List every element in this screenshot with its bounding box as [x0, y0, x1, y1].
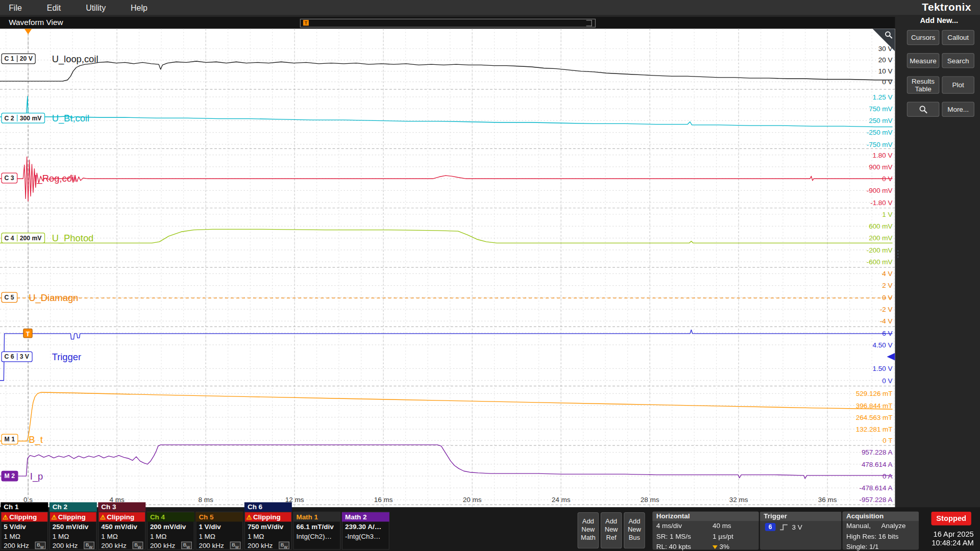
channel-label-m1[interactable]: B_t: [29, 434, 43, 444]
trigger-source-badge[interactable]: 6: [765, 523, 776, 531]
channel-settings-ch2[interactable]: Ch 2⚠Clipping250 mV/div1 MΩ200 kHzBW: [50, 512, 97, 550]
axis-label-c5: -2 V: [880, 306, 893, 313]
channel-badge-m1[interactable]: M 1: [1, 434, 18, 444]
minimap-zoom-endcap[interactable]: [586, 20, 592, 26]
channel-setting-line: 1 MΩ: [199, 532, 215, 540]
channel-badge-c3[interactable]: C 3: [1, 173, 17, 184]
channel-label-c5[interactable]: U_Diamagn: [29, 292, 78, 303]
menu-help[interactable]: Help: [131, 3, 148, 12]
trigger-position-marker-icon[interactable]: [24, 29, 32, 34]
record-length: RL: 40 kpts: [656, 543, 691, 550]
axis-label-c4: 600 mV: [869, 222, 892, 230]
channel-settings-ch4[interactable]: Ch 4200 mV/div1 MΩ200 kHzBW: [147, 512, 194, 550]
channel-label-m2[interactable]: I_p: [30, 471, 43, 482]
axis-label-c5: 0 V: [882, 294, 892, 302]
channel-badge-m2[interactable]: M 2: [1, 471, 18, 482]
channel-badge-id: M 1: [2, 436, 17, 442]
channel-badge-scale: 20 V: [17, 55, 35, 62]
trace-c1[interactable]: [0, 61, 893, 81]
trace-c3[interactable]: [0, 157, 893, 201]
trigger-source-marker[interactable]: T: [23, 329, 32, 338]
menu-utility[interactable]: Utility: [86, 3, 106, 12]
channel-badge-c1[interactable]: C 120 V: [1, 54, 36, 64]
trigger-level-arrow-icon[interactable]: [887, 353, 895, 361]
add-new-math-button[interactable]: AddNewMath: [577, 512, 599, 548]
axis-label-m2: 957.228 A: [862, 448, 893, 456]
channel-setting-line: 200 kHz: [199, 542, 224, 549]
horizontal-settings[interactable]: Horizontal 4 ms/div40 ms SR: 1 MS/s1 µs/…: [652, 512, 758, 550]
channel-label-c6[interactable]: Trigger: [52, 352, 82, 362]
trace-c6[interactable]: [0, 330, 893, 381]
acquisition-minimap[interactable]: T: [300, 19, 596, 28]
acquisition-settings[interactable]: Acquisition Manual,Analyze High Res: 16 …: [843, 512, 919, 550]
time-tick-label: 36 ms: [818, 496, 837, 504]
channel-label-c1[interactable]: U_loop,coil: [52, 54, 99, 64]
search-button[interactable]: Search: [942, 53, 974, 68]
axis-label-c3: -1.80 V: [870, 198, 892, 206]
more-button[interactable]: More...: [942, 102, 974, 117]
channel-badge-c6[interactable]: C 63 V: [1, 352, 32, 362]
channel-label-c2[interactable]: U_Bt,coil: [52, 113, 90, 123]
channel-settings-ch5[interactable]: Ch 51 V/div1 MΩ200 kHzBW: [195, 512, 243, 550]
channel-setting-line: Intg(Ch2)…: [296, 532, 332, 540]
results-table-button[interactable]: Results Table: [907, 76, 940, 93]
axis-label-c3: 1.80 V: [873, 151, 893, 159]
menu-edit[interactable]: Edit: [47, 3, 61, 12]
channel-label-c4[interactable]: U_Photod: [52, 233, 94, 243]
channel-tab-math2[interactable]: Math 2: [342, 512, 389, 521]
axis-label-c2: 750 mV: [869, 105, 892, 113]
channel-tab-ch4[interactable]: Ch 4: [147, 512, 194, 521]
axis-label-m1: 0 T: [883, 437, 892, 444]
trace-c2[interactable]: [0, 96, 893, 127]
trigger-settings[interactable]: Trigger 6 3 V: [760, 512, 841, 550]
trace-m2[interactable]: [0, 445, 893, 479]
channel-label-c3[interactable]: I_Rog,coil: [34, 173, 76, 184]
channel-tab-math1[interactable]: Math 1: [293, 512, 340, 521]
magnifier-icon[interactable]: [885, 31, 893, 39]
axis-label-c1: 10 V: [878, 67, 893, 75]
bandwidth-limit-icon: BW: [84, 542, 94, 549]
channel-setting-line: 200 kHz: [53, 542, 78, 549]
channel-badge-c4[interactable]: C 4200 mV: [1, 233, 44, 243]
measure-button[interactable]: Measure: [907, 53, 940, 68]
channel-badge-c5[interactable]: C 5: [1, 292, 17, 303]
run-stop-status[interactable]: Stopped: [931, 512, 971, 525]
channel-settings-math2[interactable]: Math 2239.30 A/…-Intg(Ch3…: [342, 512, 389, 550]
channel-setting-line: 5 V/div: [4, 523, 26, 531]
add-new-bus-button[interactable]: AddNewBus: [624, 512, 645, 548]
waveform-canvas[interactable]: [0, 29, 895, 507]
axis-label-c5: 2 V: [882, 282, 892, 289]
axis-label-c6: 6 V: [882, 329, 892, 337]
axis-label-c1: 20 V: [878, 56, 893, 64]
axis-label-m1: 396.844 mT: [856, 402, 893, 409]
channel-badge-id: M 2: [2, 472, 17, 479]
channel-badge-id: C 4: [2, 235, 17, 241]
channel-badge-id: C 6: [2, 353, 17, 360]
acquisition-resolution: High Res: 16 bits: [846, 532, 899, 540]
waveform-plot[interactable]: 30 V20 V10 V0 VU_loop,coilC 120 V1.25 V7…: [0, 29, 895, 507]
cursors-button[interactable]: Cursors: [907, 30, 940, 45]
channel-tab-ch1[interactable]: Ch 1: [1, 502, 48, 511]
acquisition-mode: Manual,: [846, 521, 871, 529]
minimap-trigger-marker-icon[interactable]: T: [303, 20, 309, 26]
oscilloscope-app: File Edit Utility Help Tektronix Wavefor…: [0, 0, 980, 551]
channel-settings-ch1[interactable]: Ch 1⚠Clipping5 V/div1 MΩ200 kHzBW: [1, 512, 48, 550]
channel-badge-c2[interactable]: C 2300 mV: [1, 113, 44, 123]
channel-settings-ch6[interactable]: Ch 6⚠Clipping750 mV/div1 MΩ200 kHzBW: [244, 512, 292, 550]
channel-setting-line: 1 MΩ: [248, 532, 264, 540]
clipping-warning: ⚠Clipping: [50, 512, 96, 521]
channel-settings-ch3[interactable]: Ch 3⚠Clipping450 mV/div1 MΩ200 kHzBW: [98, 512, 145, 550]
add-new-ref-button[interactable]: AddNewRef: [601, 512, 622, 548]
channel-settings-math1[interactable]: Math 166.1 mT/divIntg(Ch2)…: [293, 512, 340, 550]
trace-m1[interactable]: [0, 392, 893, 441]
axis-label-m1: 529.126 mT: [856, 390, 893, 397]
channel-tab-ch2[interactable]: Ch 2: [50, 502, 97, 511]
channel-tab-ch6[interactable]: Ch 6: [244, 502, 292, 511]
trace-c4[interactable]: [0, 229, 893, 243]
callout-button[interactable]: Callout: [942, 30, 974, 45]
menu-file[interactable]: File: [9, 3, 22, 12]
zoom-tool-button[interactable]: [907, 102, 940, 117]
plot-button[interactable]: Plot: [942, 76, 974, 93]
channel-tab-ch3[interactable]: Ch 3: [98, 502, 145, 511]
channel-tab-ch5[interactable]: Ch 5: [195, 512, 243, 521]
